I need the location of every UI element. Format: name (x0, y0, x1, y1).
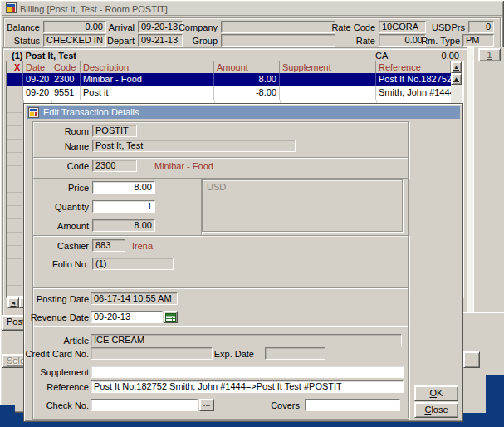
dialog-title: Edit Transaction Details (43, 106, 139, 119)
rate-code-label: Rate Code (331, 22, 375, 33)
check-no-field[interactable] (91, 399, 198, 411)
status-label: Status (14, 36, 40, 47)
amount-label: Amount (57, 221, 89, 231)
price-field[interactable]: 8.00 (92, 181, 155, 194)
article-label: Article (63, 336, 89, 346)
balance-label: Balance (7, 22, 40, 33)
row-description-cell[interactable]: Post it (81, 86, 214, 100)
row-amount-cell[interactable]: 8.00 (214, 73, 280, 86)
row-supplement-cell[interactable] (280, 86, 376, 100)
application-desktop: Billing [Post It, Test - Room POSTIT] Ba… (0, 0, 504, 427)
grid-col-reference: Reference (376, 61, 451, 73)
currency-label: USD (432, 22, 451, 33)
status-field[interactable]: CHECKED IN (43, 34, 106, 47)
credit-card-field[interactable] (91, 347, 213, 360)
row-date-cell[interactable]: 09-20 (23, 73, 51, 86)
credit-card-label: Credit Card No. (26, 349, 89, 359)
grid-col-supplement: Supplement (280, 61, 376, 73)
scroll-up-icon[interactable]: ▲ (451, 61, 462, 73)
company-field[interactable] (221, 21, 335, 33)
grid-col-date: Date (23, 61, 51, 73)
supplement-field[interactable] (91, 366, 404, 378)
rate-code-field[interactable]: 10CORA (379, 21, 426, 33)
room-type-label: Rm. Type (421, 36, 460, 47)
exp-date-field[interactable] (265, 347, 325, 360)
room-field[interactable]: POSTIT (92, 125, 137, 137)
folio-pages-panel (473, 47, 504, 312)
company-label: Company (179, 22, 218, 33)
price-label: Price (68, 183, 89, 193)
cashier-field[interactable]: 883 (92, 239, 125, 252)
quantity-field[interactable]: 1 (92, 200, 155, 213)
persons-label: Prs (452, 22, 466, 33)
depart-field[interactable]: 09-21-13 (138, 34, 183, 47)
rate-label: Rate (356, 36, 375, 47)
grid-header-row: X Date Code Description Amount Supplemen… (7, 61, 451, 73)
check-no-label: Check No. (46, 400, 89, 410)
grid-col-marked: X (12, 61, 23, 73)
row-marked-cell[interactable] (12, 86, 23, 100)
transaction-row-selected[interactable]: 09-20 2300 Minibar - Food 8.00 Post It N… (7, 73, 451, 86)
edit-transaction-dialog: Edit Transaction Details Room POSTIT Nam… (23, 103, 463, 422)
row-supplement-cell[interactable] (280, 73, 376, 86)
calendar-icon (164, 313, 177, 322)
row-amount-cell[interactable]: -8.00 (214, 86, 280, 100)
cashier-name: Irena (132, 241, 153, 251)
posting-date-field[interactable]: 06-17-14 10:55 AM (91, 292, 178, 305)
cashier-label: Cashier (57, 241, 89, 251)
arrival-field[interactable]: 09-20-13 (138, 21, 183, 33)
row-reference-cell[interactable]: Post It No.182752 Smith, J (376, 73, 451, 86)
dialog-titlebar[interactable]: Edit Transaction Details (27, 106, 460, 119)
amount-field[interactable]: 8.00 (92, 219, 155, 232)
posting-date-label: Posting Date (37, 294, 89, 304)
room-label: Room (65, 126, 89, 136)
article-field[interactable]: ICE CREAM (91, 334, 402, 346)
folio-field[interactable]: (1) (92, 258, 174, 270)
revenue-date-label: Revenue Date (31, 312, 89, 322)
folio-page-1-button[interactable]: 1 (478, 48, 501, 61)
balance-field[interactable]: 0.00 (43, 21, 106, 33)
name-field[interactable]: Post It, Test (92, 140, 296, 152)
close-button[interactable]: Close (414, 402, 458, 418)
calendar-picker-button[interactable] (164, 311, 178, 323)
billing-window-title: Billing [Post It, Test - Room POSTIT] (20, 2, 168, 16)
row-date-cell[interactable]: 09-20 (23, 86, 51, 100)
room-type-field[interactable]: PM (462, 34, 494, 47)
background-partial-button[interactable] (463, 351, 480, 368)
scroll-thumb[interactable]: ▲ (451, 73, 462, 85)
check-no-lookup-button[interactable]: ... (199, 399, 214, 411)
row-code-cell[interactable]: 9551 (51, 86, 81, 100)
code-field[interactable]: 2300 (92, 160, 137, 172)
code-description: Minibar - Food (154, 161, 213, 171)
grid-col-code: Code (51, 61, 81, 73)
code-panel (32, 157, 409, 179)
dialog-separator (408, 121, 409, 418)
row-description-cell[interactable]: Minibar - Food (81, 73, 214, 86)
covers-field[interactable] (305, 399, 400, 411)
currency-box-label: USD (207, 182, 226, 192)
persons-field[interactable]: 0 (468, 21, 494, 33)
rate-field[interactable]: 0.00 (379, 34, 426, 47)
depart-label: Depart (107, 36, 135, 47)
row-code-cell[interactable]: 2300 (51, 73, 81, 86)
ok-button[interactable]: OK (414, 385, 458, 401)
scroll-left-icon[interactable]: ◄ (7, 297, 19, 308)
reference-field[interactable]: Post It No.182752 Smith, John #1444=>Pos… (91, 380, 404, 393)
exp-date-label: Exp. Date (214, 349, 254, 359)
revenue-date-field[interactable]: 09-20-13 (91, 311, 163, 323)
currency-info-box (202, 179, 403, 232)
row-reference-cell[interactable]: Smith, John #1444=>Post (376, 86, 451, 100)
desktop-patch (486, 375, 504, 413)
billing-titlebar: Billing [Post It, Test - Room POSTIT] (2, 2, 502, 16)
arrival-label: Arrival (109, 22, 135, 33)
quantity-label: Quantity (55, 202, 89, 212)
supplement-label: Supplement (40, 367, 89, 377)
dates-panel (32, 287, 409, 326)
grid-col-amount: Amount (214, 61, 280, 73)
row-marked-cell[interactable] (12, 73, 23, 86)
background-panel-lower (462, 375, 486, 413)
grid-col-description: Description (81, 61, 214, 73)
transaction-row[interactable]: 09-20 9551 Post it -8.00 Smith, John #14… (7, 86, 451, 101)
group-field[interactable] (221, 34, 335, 47)
desktop-patch (0, 405, 15, 427)
